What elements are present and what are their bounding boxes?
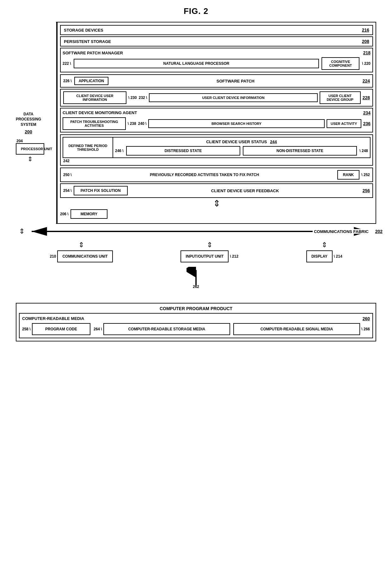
user-activity-box: USER ACTIVITY: [327, 119, 361, 128]
persistent-storage-label: PERSISTENT STORAGE: [64, 39, 111, 44]
dps-label: DATA PROCESSING SYSTEM: [16, 111, 41, 127]
distressed-state-box: DISTRESSED STATE: [126, 146, 240, 156]
spm-label: SOFTWARE PATCH MANAGER: [63, 51, 123, 55]
persistent-storage-number: 208: [362, 39, 369, 44]
mem-number: 206 \: [60, 212, 69, 216]
cdui-number: \ 230: [128, 95, 137, 100]
user-client-device-info-box: USER CLIENT DEVICE INFORMATION: [149, 93, 317, 102]
storage-devices-label: STORAGE DEVICES: [64, 28, 103, 33]
crm-label: COMPUTER-READABLE MEDIA: [22, 316, 84, 321]
pr-label: PREVIOUSLY RECORDED ACTIVITIES TAKEN TO …: [74, 173, 335, 177]
ucdg-number: 228: [363, 95, 370, 100]
cdus-number: 244: [270, 139, 277, 144]
processor-unit-box: PROCESSOR UNIT: [16, 143, 44, 155]
io-number: \ 212: [230, 254, 238, 259]
storage-devices-number: 216: [362, 28, 369, 33]
dtp-label: DEFINED TIME PERIOD THRESHOLD: [66, 144, 110, 151]
dps-number: 200: [16, 129, 41, 134]
pr-number: 250 \: [63, 173, 72, 177]
cpp-arrow-number: 262: [193, 285, 199, 289]
browser-search-box: BROWSER SEARCH HISTORY: [148, 119, 324, 128]
cpp-up-arrow-svg: [187, 267, 205, 286]
comm-fabric-label: COMMUNICATIONS FABRIC: [313, 229, 370, 234]
signal-number: \ 266: [361, 327, 370, 331]
non-distressed-state-box: NON-DISTRESSED STATE: [243, 146, 357, 156]
user-client-device-group-box: USER CLIENT DEVICE GROUP: [320, 91, 361, 104]
client-device-user-info-box: CLIENT DEVICE USER INFORMATION: [63, 91, 126, 104]
storage-media-box: COMPUTER-READABLE STORAGE MEDIA: [103, 323, 230, 335]
cdf-feedback-label: CLIENT DEVICE USER FEEDBACK: [130, 188, 361, 193]
cdma-label: CLIENT DEVICE MONITORING AGENT: [63, 110, 137, 115]
io-unit-box: INPUT/OUTPUT UNIT: [181, 250, 229, 262]
feedback-arrow: ⇕: [213, 199, 220, 208]
spm-number: 218: [363, 50, 371, 55]
proc-comm-arrow: ⇕: [19, 227, 25, 236]
cu-number: 210: [50, 254, 56, 259]
display-number: \ 214: [334, 254, 342, 259]
application-box: APPLICATION: [74, 77, 108, 85]
ds-number: 246 \: [115, 149, 124, 153]
cpp-inner: COMPUTER-READABLE MEDIA 260 258 \ PROGRA…: [19, 313, 373, 338]
cdus-label: CLIENT DEVICE USER STATUS: [206, 139, 267, 144]
comm-fabric-number: 202: [375, 229, 383, 234]
cognitive-number: \ 220: [362, 61, 371, 66]
disp-down-arrow: ⇕: [322, 241, 327, 249]
communications-unit-box: COMMUNICATIONS UNIT: [57, 250, 113, 262]
pc-number-label: 258 \: [22, 327, 31, 331]
cu-down-arrow: ⇕: [78, 241, 84, 249]
cognitive-box: COGNITIVE COMPONENT: [322, 57, 359, 70]
signal-media-box: COMPUTER-READABLE SIGNAL MEDIA: [233, 323, 360, 335]
app-number: 226 \: [63, 79, 72, 83]
rank-number: \ 252: [361, 173, 370, 177]
ucdi-number-label: 232 \: [139, 95, 147, 100]
ua-number: 236: [363, 121, 371, 126]
display-box: DISPLAY: [306, 250, 333, 262]
dtp-number: 242: [63, 159, 70, 163]
software-patch-label: SOFTWARE PATCH: [111, 79, 360, 83]
computer-program-section: COMPUTER PROGRAM PRODUCT COMPUTER-READAB…: [16, 303, 376, 341]
io-down-arrow: ⇕: [207, 241, 212, 249]
bsh-number-label: 240 \: [138, 121, 147, 126]
sm-number-label: 264 \: [94, 327, 102, 331]
pt-number: \ 238: [128, 121, 136, 126]
rank-box: RANK: [337, 170, 360, 180]
cdma-number: 234: [363, 110, 371, 115]
memory-box: MEMORY: [70, 209, 108, 219]
processor-number-label: 204: [16, 139, 23, 143]
program-code-box: PROGRAM CODE: [32, 323, 90, 335]
software-patch-number: 224: [363, 78, 370, 83]
cdf-number: 256: [363, 188, 370, 193]
nlp-number: 222 \: [63, 61, 71, 66]
nlp-box: NATURAL LANGUAGE PROCESSOR: [74, 59, 319, 68]
nds-number: \ 248: [359, 149, 368, 153]
crm-number: 260: [363, 316, 370, 321]
patch-troubleshooting-box: PATCH TROUBLESHOOTING ACTIVITIES: [63, 117, 126, 130]
figure-title: FIG. 2: [184, 6, 208, 16]
pfs-number: 254 \: [63, 188, 72, 193]
patch-fix-solution-box: PATCH FIX SOLUTION: [74, 186, 128, 195]
cpp-title: COMPUTER PROGRAM PRODUCT: [19, 306, 373, 311]
